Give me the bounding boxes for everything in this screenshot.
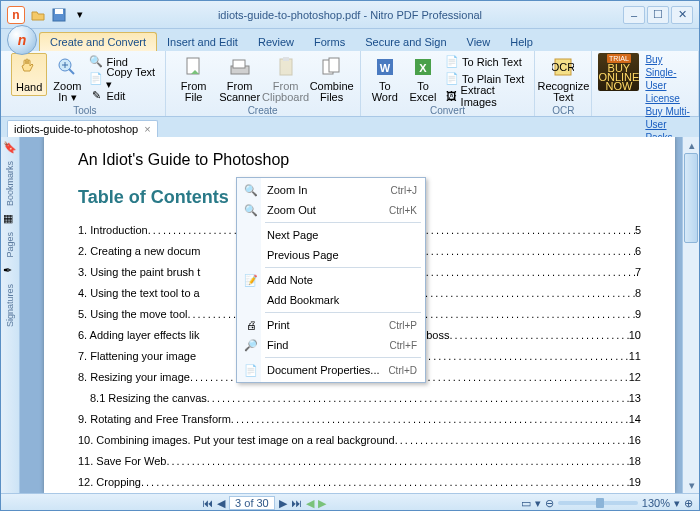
clipboard-icon xyxy=(274,55,298,79)
buy-single-link[interactable]: Buy Single-User License xyxy=(645,53,692,105)
to-word-button[interactable]: WTo Word xyxy=(367,53,403,105)
group-create: From File From Scanner From Clipboard Co… xyxy=(166,51,361,116)
signatures-icon[interactable]: ✒ xyxy=(3,264,17,278)
hand-icon xyxy=(17,56,41,80)
ctx-zoom-in[interactable]: 🔍Zoom InCtrl+J xyxy=(239,180,423,200)
extract-images-button[interactable]: 🖼Extract Images xyxy=(443,87,528,104)
toc-row: 10. Combining images. Put your test imag… xyxy=(78,430,641,451)
bookmarks-tab[interactable]: Bookmarks xyxy=(3,157,17,210)
minimize-button[interactable]: – xyxy=(623,6,645,24)
application-menu-orb[interactable] xyxy=(7,25,37,55)
to-excel-button[interactable]: XTo Excel xyxy=(405,53,441,105)
tab-review[interactable]: Review xyxy=(248,33,304,51)
combine-files-button[interactable]: Combine Files xyxy=(310,53,354,105)
print-icon: 🖨 xyxy=(243,317,259,333)
ctx-previous-page[interactable]: Previous Page xyxy=(239,245,423,265)
scroll-down-icon[interactable]: ▾ xyxy=(683,477,699,493)
vertical-scrollbar[interactable]: ▴ ▾ xyxy=(682,137,699,493)
ctx-next-page[interactable]: Next Page xyxy=(239,225,423,245)
word-icon: W xyxy=(373,55,397,79)
last-page-button[interactable]: ⏭ xyxy=(291,497,302,509)
doc-title: An Idiot's Guide to Photoshop xyxy=(78,151,641,169)
from-file-button[interactable]: From File xyxy=(172,53,216,105)
ctx-document-properties-[interactable]: 📄Document Properties...Ctrl+D xyxy=(239,360,423,380)
tab-view[interactable]: View xyxy=(457,33,501,51)
bookmarks-icon[interactable]: 🔖 xyxy=(3,141,17,155)
zoom-in-icon xyxy=(55,55,79,79)
toc-row: 11. Save For Web .......................… xyxy=(78,451,641,472)
prev-page-button[interactable]: ◀ xyxy=(217,497,225,510)
doc-tab-close[interactable]: × xyxy=(144,123,150,135)
zoom-in-button[interactable]: Zoom In ▾ xyxy=(49,53,85,105)
ctx-zoom-out[interactable]: 🔍Zoom OutCtrl+K xyxy=(239,200,423,220)
window-controls: – ☐ ✕ xyxy=(623,6,693,24)
tab-forms[interactable]: Forms xyxy=(304,33,355,51)
ctx-find[interactable]: 🔎FindCtrl+F xyxy=(239,335,423,355)
buy-online-button[interactable]: TRIAL BUY ONLINE NOW xyxy=(598,53,639,91)
toc-row: 12. Cropping ...........................… xyxy=(78,472,641,493)
zoom-out-button[interactable]: ⊖ xyxy=(545,497,554,510)
group-tools: Hand Zoom In ▾ 🔍Find 📄Copy Text ▾ ✎Edit … xyxy=(5,51,166,116)
ctx-add-bookmark[interactable]: Add Bookmark xyxy=(239,290,423,310)
svg-rect-9 xyxy=(329,58,339,72)
title-bar: n ▾ idiots-guide-to-photoshop.pdf - Nitr… xyxy=(1,1,699,29)
svg-rect-1 xyxy=(55,9,63,14)
page-number-field[interactable]: 3 of 30 xyxy=(229,496,275,510)
edit-button[interactable]: ✎Edit xyxy=(87,87,158,104)
combine-icon xyxy=(320,55,344,79)
ribbon: Hand Zoom In ▾ 🔍Find 📄Copy Text ▾ ✎Edit … xyxy=(1,51,699,117)
scroll-up-icon[interactable]: ▴ xyxy=(683,137,699,153)
svg-text:X: X xyxy=(419,62,427,74)
recognize-text-button[interactable]: OCRRecognize Text xyxy=(541,53,585,105)
group-trial: TRIAL BUY ONLINE NOW Buy Single-User Lic… xyxy=(592,51,699,116)
side-panel: 🔖 Bookmarks ▦ Pages ✒ Signatures xyxy=(1,137,20,493)
to-rich-text-button[interactable]: 📄To Rich Text xyxy=(443,53,528,70)
svg-text:W: W xyxy=(380,62,391,74)
page-navigation: ⏮ ◀ 3 of 30 ▶ ⏭ ◀ ▶ xyxy=(202,496,326,510)
view-mode-dropdown[interactable]: ▾ xyxy=(535,497,541,510)
pages-icon[interactable]: ▦ xyxy=(3,212,17,226)
doc-tab-label: idiots-guide-to-photoshop xyxy=(14,123,138,135)
copy-text-button[interactable]: 📄Copy Text ▾ xyxy=(87,70,158,87)
tab-help[interactable]: Help xyxy=(500,33,543,51)
extract-icon: 🖼 xyxy=(445,89,458,103)
zoom-dropdown[interactable]: ▾ xyxy=(674,497,680,510)
note-icon: 📝 xyxy=(243,272,259,288)
svg-text:OCR: OCR xyxy=(552,61,574,73)
view-mode-icon[interactable]: ▭ xyxy=(521,497,531,510)
document-tab[interactable]: idiots-guide-to-photoshop × xyxy=(7,120,158,137)
signatures-tab[interactable]: Signatures xyxy=(3,280,17,331)
save-icon[interactable] xyxy=(50,6,68,24)
first-page-button[interactable]: ⏮ xyxy=(202,497,213,509)
tab-secure-sign[interactable]: Secure and Sign xyxy=(355,33,456,51)
next-view-button[interactable]: ▶ xyxy=(318,497,326,510)
zoom-slider[interactable] xyxy=(558,501,638,505)
open-icon[interactable] xyxy=(29,6,47,24)
hand-button[interactable]: Hand xyxy=(11,53,47,96)
from-scanner-button[interactable]: From Scanner xyxy=(218,53,262,105)
next-page-button[interactable]: ▶ xyxy=(279,497,287,510)
maximize-button[interactable]: ☐ xyxy=(647,6,669,24)
scroll-thumb[interactable] xyxy=(684,153,698,243)
group-ocr: OCRRecognize Text OCR xyxy=(535,51,592,116)
window-title: idiots-guide-to-photoshop.pdf - Nitro PD… xyxy=(218,9,482,21)
pages-tab[interactable]: Pages xyxy=(3,228,17,262)
find-icon: 🔎 xyxy=(243,337,259,353)
ocr-icon: OCR xyxy=(551,55,575,79)
tab-create-convert[interactable]: Create and Convert xyxy=(39,32,157,51)
tab-insert-edit[interactable]: Insert and Edit xyxy=(157,33,248,51)
rich-text-icon: 📄 xyxy=(445,55,459,69)
zoom-in-button[interactable]: ⊕ xyxy=(684,497,693,510)
toc-row: 9. Rotating and Free Transform .........… xyxy=(78,409,641,430)
status-bar: ⏮ ◀ 3 of 30 ▶ ⏭ ◀ ▶ ▭ ▾ ⊖ 130% ▾ ⊕ xyxy=(1,493,699,511)
prev-view-button[interactable]: ◀ xyxy=(306,497,314,510)
zoom-label: Zoom In ▾ xyxy=(49,81,85,103)
scanner-icon xyxy=(228,55,252,79)
qat-dropdown-icon[interactable]: ▾ xyxy=(71,6,89,24)
zoom-level: 130% xyxy=(642,497,670,509)
ctx-print[interactable]: 🖨PrintCtrl+P xyxy=(239,315,423,335)
excel-icon: X xyxy=(411,55,435,79)
ctx-add-note[interactable]: 📝Add Note xyxy=(239,270,423,290)
app-icon: n xyxy=(7,6,25,24)
close-button[interactable]: ✕ xyxy=(671,6,693,24)
